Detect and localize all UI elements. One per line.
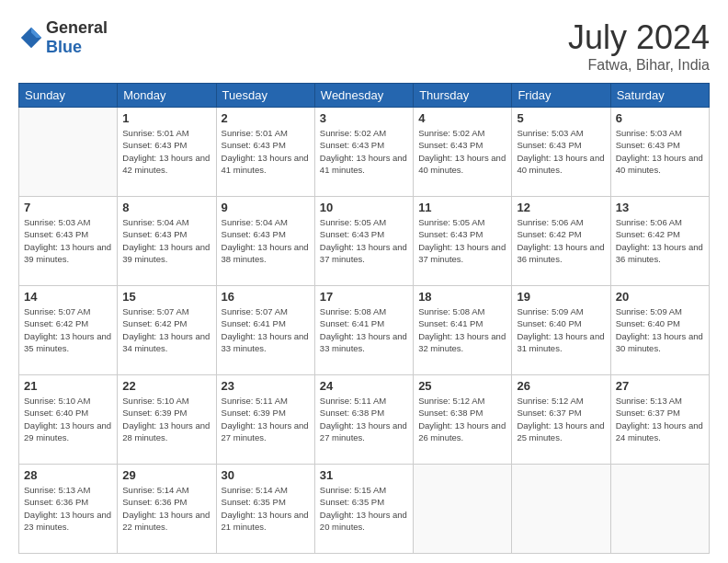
logo-icon xyxy=(18,25,44,51)
calendar-cell xyxy=(512,465,610,554)
day-info: Sunrise: 5:10 AM Sunset: 6:39 PM Dayligh… xyxy=(122,395,210,443)
day-number: 22 xyxy=(122,379,210,393)
day-number: 7 xyxy=(24,201,112,214)
logo: General Blue xyxy=(18,18,108,57)
calendar-cell: 10Sunrise: 5:05 AM Sunset: 6:43 PM Dayli… xyxy=(314,197,413,286)
col-friday: Friday xyxy=(512,84,610,108)
calendar-table: Sunday Monday Tuesday Wednesday Thursday… xyxy=(18,83,710,554)
calendar-cell: 7Sunrise: 5:03 AM Sunset: 6:43 PM Daylig… xyxy=(19,197,118,286)
day-info: Sunrise: 5:06 AM Sunset: 6:42 PM Dayligh… xyxy=(517,216,605,265)
logo-blue-text: Blue xyxy=(46,38,82,56)
day-info: Sunrise: 5:09 AM Sunset: 6:40 PM Dayligh… xyxy=(517,305,605,354)
day-info: Sunrise: 5:08 AM Sunset: 6:41 PM Dayligh… xyxy=(418,305,506,354)
day-number: 18 xyxy=(418,290,506,304)
calendar-cell: 12Sunrise: 5:06 AM Sunset: 6:42 PM Dayli… xyxy=(512,197,610,286)
day-info: Sunrise: 5:01 AM Sunset: 6:43 PM Dayligh… xyxy=(122,127,210,176)
calendar-cell: 13Sunrise: 5:06 AM Sunset: 6:42 PM Dayli… xyxy=(610,197,709,286)
day-number: 31 xyxy=(320,468,408,482)
day-info: Sunrise: 5:07 AM Sunset: 6:41 PM Dayligh… xyxy=(222,305,310,354)
day-number: 26 xyxy=(517,379,605,393)
day-number: 5 xyxy=(517,111,605,125)
calendar-week-3: 14Sunrise: 5:07 AM Sunset: 6:42 PM Dayli… xyxy=(19,286,710,375)
day-number: 3 xyxy=(320,111,408,125)
day-number: 11 xyxy=(418,201,506,214)
day-number: 16 xyxy=(222,290,310,304)
calendar-header-row: Sunday Monday Tuesday Wednesday Thursday… xyxy=(19,84,710,108)
calendar-cell: 22Sunrise: 5:10 AM Sunset: 6:39 PM Dayli… xyxy=(118,375,216,465)
day-info: Sunrise: 5:14 AM Sunset: 6:36 PM Dayligh… xyxy=(122,484,210,533)
col-sunday: Sunday xyxy=(19,84,118,108)
calendar-cell xyxy=(414,465,512,554)
day-info: Sunrise: 5:10 AM Sunset: 6:40 PM Dayligh… xyxy=(24,395,112,443)
calendar-cell: 11Sunrise: 5:05 AM Sunset: 6:43 PM Dayli… xyxy=(414,197,512,286)
calendar-week-1: 1Sunrise: 5:01 AM Sunset: 6:43 PM Daylig… xyxy=(19,108,710,197)
day-info: Sunrise: 5:05 AM Sunset: 6:43 PM Dayligh… xyxy=(418,216,506,265)
calendar-cell: 1Sunrise: 5:01 AM Sunset: 6:43 PM Daylig… xyxy=(118,108,216,197)
calendar-cell: 5Sunrise: 5:03 AM Sunset: 6:43 PM Daylig… xyxy=(512,108,610,197)
calendar-cell: 6Sunrise: 5:03 AM Sunset: 6:43 PM Daylig… xyxy=(610,108,709,197)
day-number: 14 xyxy=(24,290,112,304)
calendar-cell: 17Sunrise: 5:08 AM Sunset: 6:41 PM Dayli… xyxy=(314,286,413,375)
calendar-cell: 19Sunrise: 5:09 AM Sunset: 6:40 PM Dayli… xyxy=(512,286,610,375)
col-monday: Monday xyxy=(118,84,216,108)
day-number: 20 xyxy=(616,290,704,304)
day-number: 24 xyxy=(320,379,408,393)
calendar-cell: 25Sunrise: 5:12 AM Sunset: 6:38 PM Dayli… xyxy=(414,375,512,465)
calendar-cell: 3Sunrise: 5:02 AM Sunset: 6:43 PM Daylig… xyxy=(314,108,413,197)
day-number: 19 xyxy=(517,290,605,304)
title-block: July 2024 Fatwa, Bihar, India xyxy=(568,18,710,74)
day-number: 8 xyxy=(122,201,210,214)
day-info: Sunrise: 5:03 AM Sunset: 6:43 PM Dayligh… xyxy=(24,216,112,265)
calendar-cell: 9Sunrise: 5:04 AM Sunset: 6:43 PM Daylig… xyxy=(216,197,314,286)
calendar-week-4: 21Sunrise: 5:10 AM Sunset: 6:40 PM Dayli… xyxy=(19,375,710,465)
day-number: 2 xyxy=(222,111,310,125)
day-number: 1 xyxy=(122,111,210,125)
calendar-cell: 28Sunrise: 5:13 AM Sunset: 6:36 PM Dayli… xyxy=(19,465,118,554)
day-number: 12 xyxy=(517,201,605,214)
day-number: 27 xyxy=(616,379,704,393)
calendar-cell: 27Sunrise: 5:13 AM Sunset: 6:37 PM Dayli… xyxy=(610,375,709,465)
day-info: Sunrise: 5:07 AM Sunset: 6:42 PM Dayligh… xyxy=(122,305,210,354)
day-info: Sunrise: 5:06 AM Sunset: 6:42 PM Dayligh… xyxy=(616,216,704,265)
calendar-cell: 2Sunrise: 5:01 AM Sunset: 6:43 PM Daylig… xyxy=(216,108,314,197)
day-info: Sunrise: 5:12 AM Sunset: 6:37 PM Dayligh… xyxy=(517,395,605,443)
day-info: Sunrise: 5:02 AM Sunset: 6:43 PM Dayligh… xyxy=(418,127,506,176)
day-info: Sunrise: 5:05 AM Sunset: 6:43 PM Dayligh… xyxy=(320,216,408,265)
calendar-week-2: 7Sunrise: 5:03 AM Sunset: 6:43 PM Daylig… xyxy=(19,197,710,286)
calendar-cell: 16Sunrise: 5:07 AM Sunset: 6:41 PM Dayli… xyxy=(216,286,314,375)
title-location: Fatwa, Bihar, India xyxy=(568,57,710,74)
calendar-cell: 8Sunrise: 5:04 AM Sunset: 6:43 PM Daylig… xyxy=(118,197,216,286)
day-info: Sunrise: 5:14 AM Sunset: 6:35 PM Dayligh… xyxy=(222,484,310,533)
title-month: July 2024 xyxy=(568,18,710,57)
calendar-cell: 31Sunrise: 5:15 AM Sunset: 6:35 PM Dayli… xyxy=(314,465,413,554)
day-info: Sunrise: 5:13 AM Sunset: 6:37 PM Dayligh… xyxy=(616,395,704,443)
day-number: 9 xyxy=(222,201,310,214)
day-info: Sunrise: 5:11 AM Sunset: 6:39 PM Dayligh… xyxy=(222,395,310,443)
calendar-cell: 29Sunrise: 5:14 AM Sunset: 6:36 PM Dayli… xyxy=(118,465,216,554)
calendar-cell: 26Sunrise: 5:12 AM Sunset: 6:37 PM Dayli… xyxy=(512,375,610,465)
calendar-week-5: 28Sunrise: 5:13 AM Sunset: 6:36 PM Dayli… xyxy=(19,465,710,554)
day-number: 21 xyxy=(24,379,112,393)
day-info: Sunrise: 5:04 AM Sunset: 6:43 PM Dayligh… xyxy=(222,216,310,265)
day-number: 30 xyxy=(222,468,310,482)
day-info: Sunrise: 5:13 AM Sunset: 6:36 PM Dayligh… xyxy=(24,484,112,533)
calendar-cell xyxy=(610,465,709,554)
col-wednesday: Wednesday xyxy=(314,84,413,108)
calendar-cell xyxy=(19,108,118,197)
calendar-cell: 21Sunrise: 5:10 AM Sunset: 6:40 PM Dayli… xyxy=(19,375,118,465)
day-info: Sunrise: 5:03 AM Sunset: 6:43 PM Dayligh… xyxy=(616,127,704,176)
day-number: 4 xyxy=(418,111,506,125)
day-info: Sunrise: 5:11 AM Sunset: 6:38 PM Dayligh… xyxy=(320,395,408,443)
day-info: Sunrise: 5:01 AM Sunset: 6:43 PM Dayligh… xyxy=(222,127,310,176)
day-number: 13 xyxy=(616,201,704,214)
calendar-cell: 18Sunrise: 5:08 AM Sunset: 6:41 PM Dayli… xyxy=(414,286,512,375)
day-info: Sunrise: 5:15 AM Sunset: 6:35 PM Dayligh… xyxy=(320,484,408,533)
day-number: 10 xyxy=(320,201,408,214)
col-saturday: Saturday xyxy=(610,84,709,108)
day-info: Sunrise: 5:04 AM Sunset: 6:43 PM Dayligh… xyxy=(122,216,210,265)
day-info: Sunrise: 5:08 AM Sunset: 6:41 PM Dayligh… xyxy=(320,305,408,354)
day-info: Sunrise: 5:03 AM Sunset: 6:43 PM Dayligh… xyxy=(517,127,605,176)
day-number: 15 xyxy=(122,290,210,304)
calendar-cell: 15Sunrise: 5:07 AM Sunset: 6:42 PM Dayli… xyxy=(118,286,216,375)
day-number: 6 xyxy=(616,111,704,125)
